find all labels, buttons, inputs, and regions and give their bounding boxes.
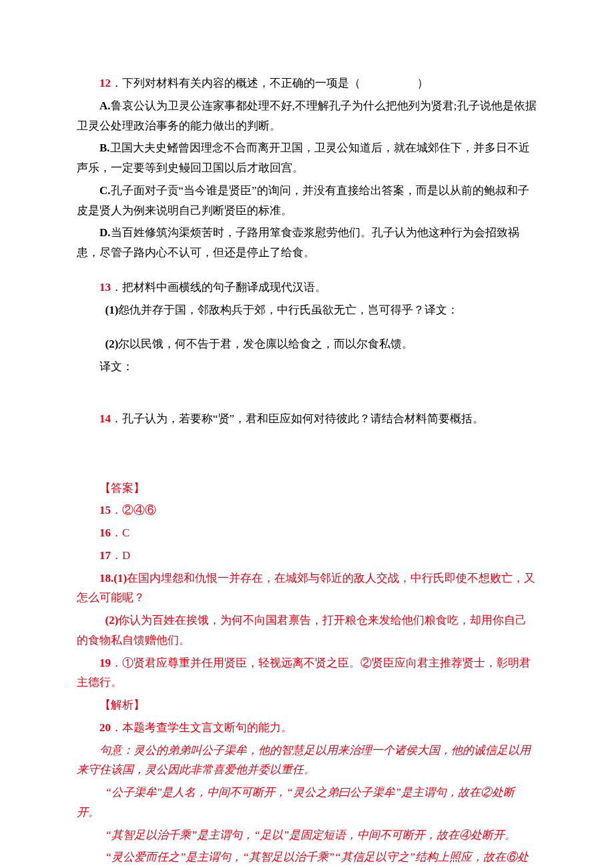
q12-number: 12 — [99, 77, 111, 89]
q14-stem-text: ．孔子认为，若要称“贤”，君和臣应如何对待彼此？请结合材料简要概括。 — [111, 412, 484, 425]
q12-c-text: 孔子面对子贡“当今谁是贤臣”的询问，并没有直接给出答案，而是以从前的鲍叔和子皮是… — [77, 184, 529, 217]
q12-stem: 12．下列对材料有关内容的概述，不正确的一项是（ ） — [77, 73, 537, 93]
answer-20: 20．本题考查学生文言文断句的能力。 — [77, 718, 537, 738]
q14-stem: 14．孔子认为，若要称“贤”，君和臣应如何对待彼此？请结合材料简要概括。 — [77, 409, 537, 429]
q12-option-a: A.鲁哀公认为卫灵公连家事都处理不好,不理解孔子为什么把他列为贤君;孔子说他是依… — [77, 96, 537, 136]
answer-18-2-label: (2) — [105, 614, 119, 626]
answer-20-num: 20 — [99, 721, 111, 734]
q12-stem-text: ．下列对材料有关内容的概述，不正确的一项是（ ） — [111, 77, 428, 89]
q13-number: 13 — [99, 281, 111, 294]
q12-a-label: A. — [99, 99, 111, 112]
answer-19: 19．①贤君应尊重并任用贤臣，轻视远离不贤之臣。②贤臣应向君主推荐贤士，彰明君主… — [77, 653, 537, 693]
answer-15: 15．②④⑥ — [77, 500, 537, 520]
answer-15-text: ．②④⑥ — [111, 504, 156, 516]
answer-16-text: ．C — [111, 526, 129, 539]
q13-sub2-suffix: 译文： — [77, 357, 537, 377]
answer-16-num: 16 — [99, 526, 111, 539]
q12-b-text: 卫国大夫史鳍曾因理念不合而离开卫国，卫灵公知道后，就在城郊住下，并多日不近声乐，… — [77, 141, 530, 174]
answer-17-text: ．D — [111, 549, 130, 562]
q13-stem: 13．把材料中画横线的句子翻译成现代汉语。 — [77, 278, 537, 298]
q12-option-d: D.当百姓修筑沟渠烦苦时，子路用箪食壶浆慰劳他们。孔子认为他这种行为会招致祸患，… — [77, 223, 537, 263]
q13-sub2-label: (2) — [105, 338, 119, 350]
answer-15-num: 15 — [99, 504, 111, 516]
q13-sub1-text: 怨仇并存于国，邻敌构兵于郊，中行氏虽欲无亡，岂可得乎？译文： — [118, 304, 458, 316]
q12-option-b: B.卫国大夫史鳍曾因理念不合而离开卫国，卫灵公知道后，就在城郊住下，并多日不近声… — [77, 138, 537, 178]
answer-18-1-text: 在国内埋怨和仇恨一并存在，在城郊与邻近的敌人交战，中行氏即使不想败亡，又怎么可能… — [77, 572, 535, 604]
answer-20-p4: “灵公爱而任之”是主谓句，“其智足以治千乘”“其信足以守之”结构上照应，故在⑥处… — [77, 847, 537, 868]
q12-d-label: D. — [99, 226, 111, 239]
q12-option-c: C.孔子面对子贡“当今谁是贤臣”的询问，并没有直接给出答案，而是以从前的鲍叔和子… — [77, 181, 537, 221]
answer-18-1: 18.(1)在国内埋怨和仇恨一并存在，在城郊与邻近的敌人交战，中行氏即使不想败亡… — [77, 568, 537, 608]
answer-20-p3: “其智足以治千乘”是主谓句，“足以”是固定短语，中间不可断开，故在④处断开。 — [77, 825, 537, 845]
answer-20-text: ．本题考查学生文言文断句的能力。 — [111, 721, 292, 734]
answer-18-2: (2)你认为百姓在挨饿，为何不向国君禀告，打开粮仓来发给他们粮食吃，却用你自己的… — [77, 610, 537, 650]
answer-20-p1: 句意：灵公的弟弟叫公子渠牟，他的智慧足以用来治理一个诸侯大国，他的诚信足以用来守… — [77, 741, 537, 781]
answer-20-p2: “公子渠牟''是人名，中间不可断开，“灵公之弟曰公子渠牟”是主谓句，故在②处断开… — [77, 783, 537, 823]
answer-18-2-text: 你认为百姓在挨饿，为何不向国君禀告，打开粮仓来发给他们粮食吃，却用你自己的食物私… — [77, 614, 527, 646]
answer-18-1-label: .(1) — [111, 572, 127, 584]
q13-stem-text: ．把材料中画横线的句子翻译成现代汉语。 — [111, 281, 326, 294]
q14-number: 14 — [99, 412, 111, 425]
q12-a-text: 鲁哀公认为卫灵公连家事都处理不好,不理解孔子为什么把他列为贤君;孔子说他是依据卫… — [77, 99, 537, 132]
document-page: 12．下列对材料有关内容的概述，不正确的一项是（ ） A.鲁哀公认为卫灵公连家事… — [0, 0, 614, 868]
q12-d-text: 当百姓修筑沟渠烦苦时，子路用箪食壶浆慰劳他们。孔子认为他这种行为会招致祸患，尽管… — [77, 226, 519, 259]
answer-19-num: 19 — [99, 657, 111, 669]
q12-b-label: B. — [99, 141, 110, 154]
answer-18-num: 18 — [99, 572, 111, 584]
q13-sub1: (1)怨仇并存于国，邻敌构兵于郊，中行氏虽欲无亡，岂可得乎？译文： — [77, 300, 537, 320]
q12-c-label: C. — [99, 184, 111, 197]
q13-sub2: (2)尔以民饿，何不告于君，发仓廪以给食之，而以尔食私馈。 — [77, 334, 537, 354]
q13-sub1-label: (1) — [105, 304, 119, 316]
answer-16: 16．C — [77, 523, 537, 543]
q13-sub2-text: 尔以民饿，何不告于君，发仓廪以给食之，而以尔食私馈。 — [118, 338, 413, 350]
answer-17: 17．D — [77, 546, 537, 566]
answer-19-text: ．①贤君应尊重并任用贤臣，轻视远离不贤之臣。②贤臣应向君主推荐贤士，彰明君主德行… — [77, 657, 531, 689]
answers-header: 【答案】 — [77, 478, 537, 498]
explain-header: 【解析】 — [77, 695, 537, 715]
answer-17-num: 17 — [99, 549, 111, 562]
